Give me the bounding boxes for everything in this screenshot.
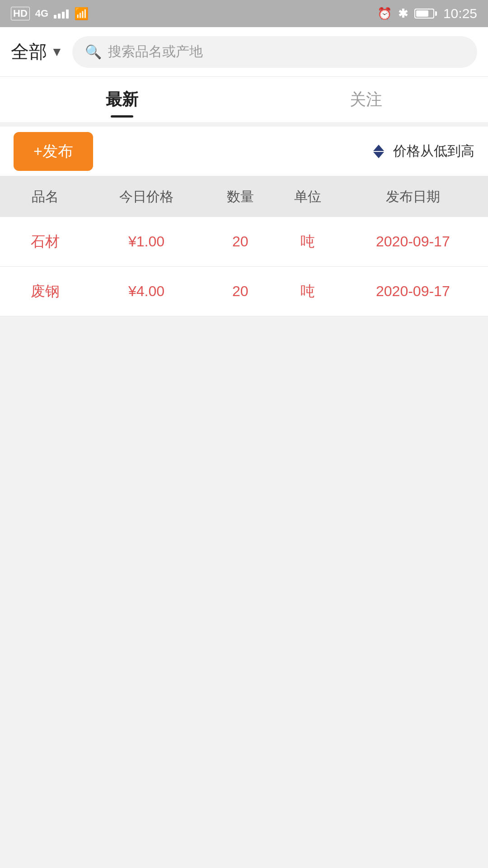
- row-unit-1: 吨: [278, 282, 338, 302]
- wifi-icon: 📶: [74, 7, 89, 21]
- search-box[interactable]: 🔍 搜索品名或产地: [72, 36, 477, 68]
- header-date: 发布日期: [338, 188, 488, 206]
- filter-label: 全部: [11, 39, 47, 64]
- header-qty: 数量: [203, 188, 278, 206]
- row-date-1: 2020-09-17: [338, 283, 488, 300]
- row-date-0: 2020-09-17: [338, 233, 488, 250]
- row-price-0: ¥1.00: [90, 233, 202, 250]
- alarm-icon: ⏰: [377, 7, 392, 21]
- header-unit: 单位: [278, 188, 338, 206]
- sort-desc-icon: [373, 152, 384, 158]
- tab-follow-label: 关注: [350, 89, 382, 111]
- bluetooth-icon: ✱: [398, 7, 408, 21]
- header-name: 品名: [0, 188, 90, 206]
- filter-dropdown[interactable]: 全部 ▼: [11, 39, 63, 64]
- status-left: HD 4G 📶: [11, 7, 89, 21]
- sort-asc-icon: [373, 145, 384, 151]
- hd-label: HD: [11, 7, 30, 20]
- row-qty-0: 20: [203, 233, 278, 250]
- row-name-1: 废钢: [0, 282, 90, 302]
- time-display: 10:25: [443, 6, 477, 21]
- status-bar: HD 4G 📶 ⏰ ✱ 10:25: [0, 0, 488, 27]
- 4g-label: 4G: [35, 8, 48, 19]
- battery-fill: [416, 10, 428, 17]
- product-table: 品名 今日价格 数量 单位 发布日期 石材 ¥1.00 20 吨 2020-09…: [0, 176, 488, 316]
- tab-follow[interactable]: 关注: [244, 77, 488, 122]
- tab-latest-label: 最新: [106, 89, 138, 111]
- battery-icon: [414, 9, 437, 19]
- sort-label: 价格从低到高: [393, 142, 474, 160]
- row-unit-0: 吨: [278, 232, 338, 252]
- sort-control[interactable]: 价格从低到高: [371, 142, 474, 160]
- signal-icon: [54, 9, 69, 19]
- nav-bar: 全部 ▼ 🔍 搜索品名或产地: [0, 27, 488, 77]
- status-right: ⏰ ✱ 10:25: [377, 6, 477, 21]
- row-qty-1: 20: [203, 283, 278, 300]
- header-price: 今日价格: [90, 188, 202, 206]
- battery-tip: [435, 11, 437, 16]
- row-price-1: ¥4.00: [90, 283, 202, 300]
- toolbar: +发布 价格从低到高: [0, 127, 488, 176]
- row-name-0: 石材: [0, 232, 90, 252]
- search-placeholder: 搜索品名或产地: [108, 42, 203, 61]
- battery-body: [414, 9, 434, 19]
- tab-underline: [111, 115, 133, 118]
- tab-latest[interactable]: 最新: [0, 77, 244, 122]
- table-row[interactable]: 石材 ¥1.00 20 吨 2020-09-17: [0, 217, 488, 267]
- table-header: 品名 今日价格 数量 单位 发布日期: [0, 176, 488, 217]
- sort-icon: [371, 143, 387, 160]
- publish-button[interactable]: +发布: [14, 132, 93, 171]
- tab-bar: 最新 关注: [0, 77, 488, 122]
- table-row[interactable]: 废钢 ¥4.00 20 吨 2020-09-17: [0, 267, 488, 316]
- chevron-down-icon: ▼: [51, 45, 63, 59]
- search-icon: 🔍: [85, 44, 102, 60]
